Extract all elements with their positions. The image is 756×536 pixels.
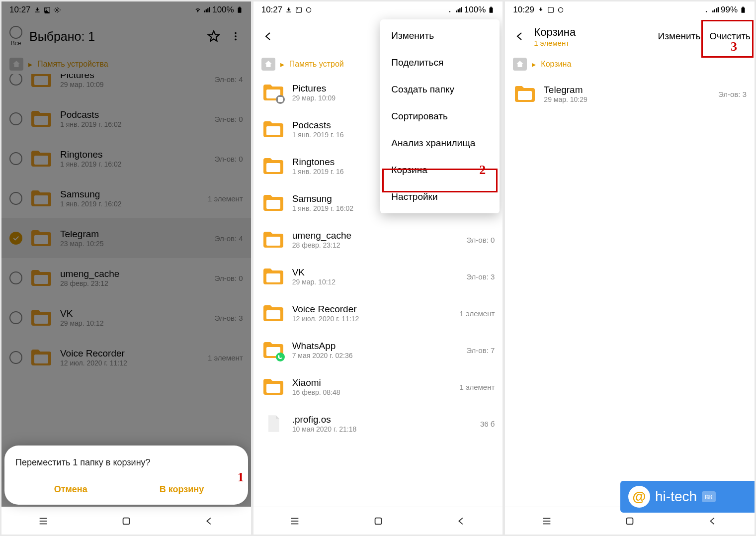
list-item[interactable]: Podcasts1 янв. 2019 г. 16:02Эл-ов: 0 <box>1 99 251 139</box>
list-item[interactable]: umeng_cache28 февр. 23:12Эл-ов: 0 <box>1 258 251 298</box>
item-title: umeng_cache <box>292 230 460 241</box>
list-item[interactable]: Samsung1 янв. 2019 г. 16:021 элемент <box>1 179 251 218</box>
item-subtitle: 29 мар. 10:29 <box>544 95 711 103</box>
settings-icon <box>54 6 61 13</box>
select-all[interactable]: Все <box>9 26 22 47</box>
breadcrumb[interactable]: ▸ Память устройства <box>1 54 251 74</box>
list-item[interactable]: Telegram23 мар. 10:25Эл-ов: 4 <box>1 218 251 258</box>
checkbox[interactable] <box>9 271 22 284</box>
checkbox[interactable] <box>9 112 22 125</box>
cancel-button[interactable]: Отмена <box>15 479 126 500</box>
image-icon <box>295 6 302 13</box>
edit-button[interactable]: Изменить <box>658 31 701 42</box>
breadcrumb-path[interactable]: Корзина <box>541 60 571 69</box>
list-item[interactable]: Voice Recorder12 июл. 2020 г. 11:121 эле… <box>253 295 503 332</box>
menu-item[interactable]: Корзина2 <box>380 157 500 183</box>
back-button[interactable] <box>513 29 527 43</box>
item-subtitle: 29 мар. 10:09 <box>60 81 208 89</box>
more-button[interactable] <box>228 29 243 44</box>
menu-item[interactable]: Настройки <box>380 183 500 210</box>
svg-rect-40 <box>375 518 381 524</box>
list-item[interactable]: VK29 мар. 10:12Эл-ов: 3 <box>253 258 503 295</box>
status-battery: 100% <box>464 5 486 15</box>
item-meta: 1 элемент <box>460 383 495 391</box>
battery-icon <box>488 6 495 13</box>
svg-rect-24 <box>491 7 493 8</box>
svg-rect-12 <box>34 235 48 244</box>
svg-rect-41 <box>548 7 554 13</box>
svg-point-5 <box>235 32 237 34</box>
clear-button[interactable]: Очистить <box>709 31 751 42</box>
item-meta: 1 элемент <box>208 354 243 362</box>
item-title: Samsung <box>60 189 201 200</box>
confirm-button[interactable]: В корзину <box>126 479 237 500</box>
item-meta: Эл-ов: 0 <box>466 236 495 244</box>
item-subtitle: 1 янв. 2019 г. 16:02 <box>60 200 201 208</box>
select-all-circle[interactable] <box>9 26 22 39</box>
list-item[interactable]: Ringtones1 янв. 2019 г. 16:02Эл-ов: 0 <box>1 139 251 179</box>
nav-home[interactable] <box>120 515 133 528</box>
nav-back[interactable] <box>455 515 468 528</box>
list-item[interactable]: Voice Recorder12 июл. 2020 г. 11:121 эле… <box>1 338 251 377</box>
svg-point-6 <box>235 35 237 37</box>
folder-icon <box>29 147 53 171</box>
home-icon[interactable] <box>261 58 275 71</box>
breadcrumb-path[interactable]: Память устройства <box>37 60 108 69</box>
item-title: Telegram <box>544 85 711 95</box>
checkbox[interactable] <box>9 232 22 245</box>
back-button[interactable] <box>261 29 275 43</box>
nav-home[interactable] <box>372 515 385 528</box>
nav-home[interactable] <box>623 515 636 528</box>
menu-item[interactable]: Сортировать <box>380 103 500 130</box>
file-list[interactable]: Pictures29 мар. 10:09Эл-ов: 4Podcasts1 я… <box>1 74 251 507</box>
folder-icon <box>261 375 285 399</box>
nav-back[interactable] <box>203 515 216 528</box>
svg-point-1 <box>45 8 46 9</box>
select-all-label: Все <box>11 40 21 47</box>
menu-item[interactable]: Изменить <box>380 22 500 49</box>
list-item[interactable]: Pictures29 мар. 10:09Эл-ов: 4 <box>1 74 251 99</box>
home-icon[interactable] <box>9 58 23 71</box>
svg-rect-3 <box>238 7 241 12</box>
image-icon <box>547 6 554 13</box>
nav-recents[interactable] <box>540 515 553 528</box>
item-meta: Эл-ов: 3 <box>466 272 495 281</box>
checkbox[interactable] <box>9 351 22 364</box>
checkbox[interactable] <box>9 192 22 205</box>
nav-back[interactable] <box>706 515 719 528</box>
svg-rect-27 <box>278 97 283 102</box>
menu-item[interactable]: Анализ хранилища <box>380 130 500 157</box>
home-icon[interactable] <box>513 58 527 71</box>
item-meta: 1 элемент <box>208 194 243 203</box>
svg-rect-4 <box>239 7 241 8</box>
menu-item[interactable]: Поделиться <box>380 49 500 76</box>
nav-recents[interactable] <box>37 515 50 528</box>
status-bar: 10:27 100% <box>1 1 251 18</box>
list-item[interactable]: .profig.os10 мая 2020 г. 21:1836 б <box>253 405 503 442</box>
list-item[interactable]: Xiaomi16 февр. 08:481 элемент <box>253 368 503 405</box>
checkbox[interactable] <box>9 74 22 86</box>
menu-item[interactable]: Создать папку <box>380 76 500 103</box>
list-item[interactable]: Telegram29 мар. 10:29Эл-ов: 3 <box>505 74 755 114</box>
list-item[interactable]: WhatsApp7 мая 2020 г. 02:36Эл-ов: 7 <box>253 332 503 368</box>
breadcrumb[interactable]: ▸ Корзина <box>505 54 755 74</box>
svg-rect-30 <box>266 200 280 209</box>
status-battery: 99% <box>721 5 738 15</box>
item-title: Voice Recorder <box>292 304 453 315</box>
list-item[interactable]: umeng_cache28 февр. 23:12Эл-ов: 0 <box>253 221 503 258</box>
item-subtitle: 28 февр. 23:12 <box>292 241 460 249</box>
item-title: Voice Recorder <box>60 348 201 359</box>
favorite-button[interactable] <box>206 29 221 44</box>
nav-recents[interactable] <box>288 515 301 528</box>
svg-rect-45 <box>518 91 532 100</box>
checkbox[interactable] <box>9 152 22 165</box>
file-list[interactable]: Telegram29 мар. 10:29Эл-ов: 3 <box>505 74 755 507</box>
header-title: Корзина <box>534 26 651 39</box>
folder-icon <box>261 81 285 104</box>
checkbox[interactable] <box>9 311 22 324</box>
list-item[interactable]: VK29 мар. 10:12Эл-ов: 3 <box>1 298 251 338</box>
wifi-icon <box>446 6 453 13</box>
item-subtitle: 1 янв. 2019 г. 16:02 <box>60 120 208 128</box>
breadcrumb-path[interactable]: Память устрой <box>289 60 344 69</box>
signal-icon <box>203 6 210 13</box>
